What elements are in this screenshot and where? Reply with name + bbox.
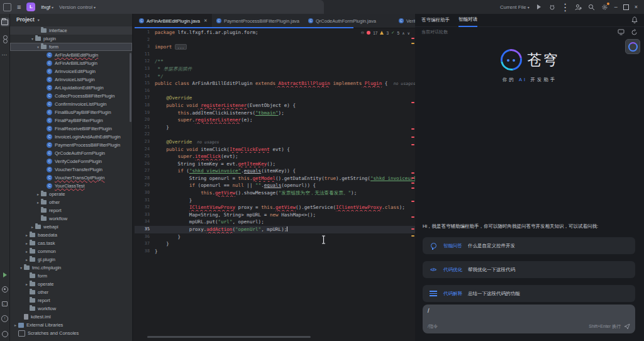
- tree-item[interactable]: CArFinArBillListPlugin: [10, 59, 132, 67]
- error-stripe-mark[interactable]: [411, 228, 414, 230]
- code-analysis-widget[interactable]: ⊖ 17 3 ✓ 5 ∧ ∨: [361, 30, 410, 35]
- tree-chevron-icon[interactable]: ▾: [30, 36, 35, 41]
- horizontal-scrollbar[interactable]: [147, 336, 311, 338]
- tree-chevron-icon[interactable]: ▸: [35, 200, 41, 204]
- tree-item[interactable]: ▸External Libraries: [10, 321, 132, 329]
- line-number[interactable]: 28: [135, 175, 155, 182]
- line-number[interactable]: 3: [135, 43, 155, 51]
- tree-item[interactable]: ▸other: [10, 198, 132, 206]
- run-button[interactable]: [535, 3, 543, 11]
- suggestion-card[interactable]: 代码解释总结一下这段代码的功能: [423, 285, 635, 302]
- tree-chevron-icon[interactable]: ▸: [24, 241, 30, 245]
- add-user-button[interactable]: [575, 3, 582, 11]
- code-line[interactable]: 35 proxy.addAction("openUrl", mpURL);: [135, 226, 415, 233]
- next-issue-icon[interactable]: ∨: [408, 31, 410, 35]
- tree-item[interactable]: CInvoiceLoginAndAuthEditPlugin: [10, 133, 132, 141]
- error-stripe-mark[interactable]: [411, 144, 414, 145]
- line-number[interactable]: 36: [135, 233, 155, 241]
- line-number[interactable]: 15: [135, 80, 155, 87]
- error-stripe-mark[interactable]: [411, 43, 414, 44]
- error-stripe-mark[interactable]: [411, 235, 414, 237]
- code-line[interactable]: 27 if ("shkd_viewinvoice".equals(itemKey…: [135, 167, 415, 175]
- line-number[interactable]: 18: [135, 102, 155, 109]
- project-panel-header[interactable]: Project ▾: [10, 14, 132, 25]
- editor-tab[interactable]: CArFinArBillEditPlugin.java✕: [135, 14, 212, 28]
- code-line[interactable]: 2: [135, 36, 415, 44]
- line-number[interactable]: 13: [135, 65, 155, 73]
- tree-item[interactable]: CArInvoiceEditPlugin: [10, 67, 132, 75]
- code-line[interactable]: 23 @Override no usages: [135, 138, 415, 146]
- line-number[interactable]: 35: [135, 226, 155, 233]
- code-editor[interactable]: 1package lfx.lfxgf.fi.ar.plugin.form;23i…: [135, 29, 415, 255]
- tree-item[interactable]: report: [10, 206, 132, 215]
- tree-item[interactable]: CCollecProcessBillFilterPlugin: [10, 92, 132, 100]
- line-number[interactable]: 32: [135, 204, 155, 211]
- tree-chevron-icon[interactable]: ▸: [24, 257, 30, 262]
- line-number[interactable]: 38: [135, 248, 155, 255]
- code-line[interactable]: 26 String itemKey = evt.getItemKey();: [135, 160, 415, 168]
- line-number[interactable]: 23: [135, 138, 155, 146]
- editor-tab[interactable]: CPaymentProcessBillFilterPlugin.java: [212, 14, 304, 28]
- tree-item[interactable]: CVoucherTransferPlugin: [10, 165, 132, 174]
- line-number[interactable]: 31: [135, 197, 155, 204]
- error-stripe-mark[interactable]: [411, 128, 414, 130]
- tree-item[interactable]: Scratches and Consoles: [10, 329, 132, 337]
- more-tools-button[interactable]: ⋯: [2, 52, 8, 58]
- tree-item[interactable]: CVerifyCodeFormPlugin: [10, 157, 132, 165]
- error-stripe-mark[interactable]: [411, 182, 414, 184]
- services-tool-button[interactable]: [2, 331, 8, 337]
- chat-input-value[interactable]: /: [428, 308, 630, 314]
- more-options-button[interactable]: ⋮: [562, 3, 569, 11]
- tree-item[interactable]: ▸common: [10, 247, 132, 255]
- tree-item[interactable]: CArInvoiceListPlugin: [10, 75, 132, 84]
- tree-item[interactable]: CFinalBusPayBillFilterPlugin: [10, 108, 132, 116]
- project-tool-button[interactable]: [1, 18, 9, 26]
- tree-item[interactable]: report: [10, 296, 132, 305]
- code-line[interactable]: 14 */: [135, 73, 415, 81]
- refresh-session-icon[interactable]: [631, 29, 638, 36]
- project-tree-scrollbar[interactable]: [130, 53, 131, 122]
- share-screen-icon[interactable]: [618, 29, 625, 35]
- line-number[interactable]: 1: [135, 29, 155, 36]
- tree-chevron-icon[interactable]: ▾: [18, 266, 24, 270]
- tab-assistant-home[interactable]: 苍穹编程助手: [421, 14, 450, 26]
- tree-item[interactable]: interface: [10, 26, 132, 35]
- line-number[interactable]: 11: [135, 51, 155, 59]
- error-stripe-mark[interactable]: [411, 137, 414, 138]
- editor-tab[interactable]: CVerify...: [394, 14, 415, 28]
- code-line[interactable]: 21 }: [135, 124, 415, 131]
- code-line[interactable]: 25 super.itemClick(evt);: [135, 153, 415, 160]
- code-line[interactable]: 29 if (openurl == null || "".equals(open…: [135, 182, 415, 189]
- code-line[interactable]: 33 Map<String, String> mpURL = new HashM…: [135, 211, 415, 219]
- tree-item[interactable]: CQrCodeAuthFormPlugin: [10, 149, 132, 157]
- code-line[interactable]: 16: [135, 87, 415, 95]
- code-line[interactable]: 22: [135, 131, 415, 138]
- chat-input[interactable]: / /指令 Shift+Enter 换行: [423, 305, 635, 333]
- tree-item[interactable]: ▾plugin: [10, 35, 132, 43]
- code-line[interactable]: 11: [135, 51, 415, 59]
- tree-item[interactable]: kdtest.iml: [10, 313, 132, 321]
- run-config-selector[interactable]: Current File ▾: [500, 4, 530, 10]
- line-number[interactable]: 14: [135, 73, 155, 81]
- line-number[interactable]: 29: [135, 182, 155, 189]
- main-menu-icon[interactable]: ≡: [17, 4, 21, 11]
- tree-item[interactable]: ▸cas.task: [10, 239, 132, 247]
- code-line[interactable]: 24 public void itemClick(ItemClickEvent …: [135, 146, 415, 154]
- tree-chevron-icon[interactable]: ▾: [35, 45, 41, 49]
- problems-tool-button[interactable]: !: [1, 315, 8, 322]
- debug-button[interactable]: [548, 3, 556, 11]
- tree-chevron-icon[interactable]: ▸: [13, 323, 18, 327]
- error-stripe-mark[interactable]: [411, 177, 414, 179]
- line-number[interactable]: 37: [135, 240, 155, 248]
- send-icon[interactable]: [624, 323, 630, 330]
- suggestion-card[interactable]: 智能问答什么是自定义控件开发: [423, 237, 635, 254]
- line-number[interactable]: 20: [135, 116, 155, 124]
- settings-button[interactable]: [601, 3, 609, 11]
- prev-issue-icon[interactable]: ∧: [402, 31, 404, 35]
- tree-item[interactable]: CFinalReceiveBillFilterPlugin: [10, 125, 132, 133]
- tab-smart-chat[interactable]: 智能对话: [458, 14, 477, 27]
- tree-item[interactable]: workflow: [10, 215, 132, 223]
- code-line[interactable]: 37 }: [135, 240, 415, 248]
- line-number[interactable]: 16: [135, 87, 155, 95]
- terminal-tool-button[interactable]: ›: [2, 301, 8, 306]
